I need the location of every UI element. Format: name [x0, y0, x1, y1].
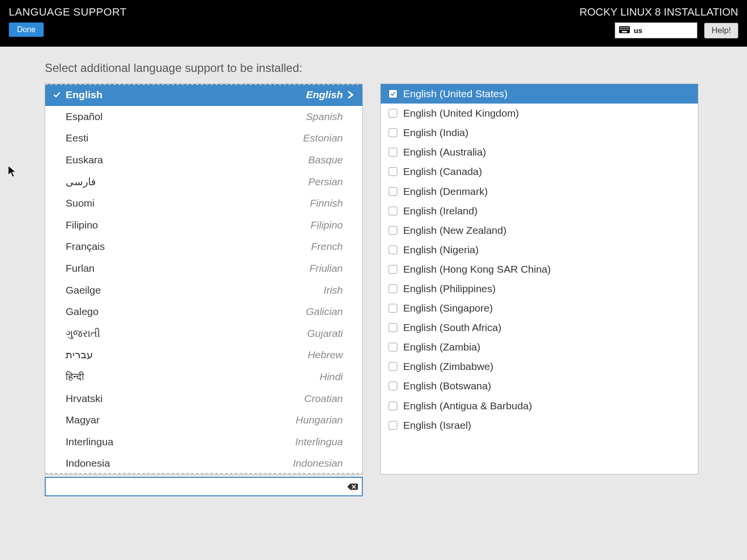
language-native-name: ગુજરાતી	[64, 328, 307, 339]
language-native-name: Magyar	[64, 414, 296, 426]
locale-row[interactable]: English (Australia)	[381, 142, 698, 162]
locale-label: English (Nigeria)	[400, 244, 479, 256]
svg-rect-9	[622, 29, 622, 30]
locale-checkbox[interactable]	[386, 382, 400, 390]
locale-label: English (South Africa)	[400, 322, 501, 333]
svg-rect-10	[623, 29, 624, 30]
svg-rect-5	[625, 27, 626, 28]
locale-row[interactable]: English (South Africa)	[381, 318, 698, 337]
locale-checkbox[interactable]	[386, 187, 400, 196]
locale-row[interactable]: English (Zambia)	[381, 337, 698, 357]
language-english-name: Basque	[308, 154, 346, 166]
language-row[interactable]: فارسیPersian	[45, 171, 362, 192]
locale-row[interactable]: English (India)	[381, 123, 698, 142]
clear-search-icon[interactable]	[347, 482, 358, 491]
locale-checkbox[interactable]	[386, 265, 400, 274]
svg-rect-6	[627, 27, 628, 28]
page-title: LANGUAGE SUPPORT	[9, 6, 126, 18]
language-native-name: فارسی	[64, 176, 308, 188]
done-button[interactable]: Done	[9, 22, 44, 37]
locale-checkbox[interactable]	[386, 128, 400, 137]
help-button[interactable]: Help!	[704, 23, 738, 38]
locale-row[interactable]: English (United Kingdom)	[381, 104, 698, 123]
locale-label: English (Hong Kong SAR China)	[400, 263, 551, 275]
locale-label: English (Botswana)	[400, 380, 491, 392]
language-english-name: Galician	[306, 306, 346, 317]
locale-label: English (Israel)	[400, 420, 471, 431]
locale-checkbox[interactable]	[386, 148, 400, 157]
language-row[interactable]: हिन्दीHindi	[45, 366, 362, 388]
locale-checkbox[interactable]	[386, 226, 400, 235]
language-native-name: Gaeilge	[64, 284, 323, 296]
language-row[interactable]: EnglishEnglish	[45, 84, 362, 106]
locale-list[interactable]: English (United States)English (United K…	[380, 84, 698, 474]
language-native-name: Galego	[64, 306, 306, 317]
language-list[interactable]: EnglishEnglishEspañolSpanishEestiEstonia…	[45, 84, 363, 474]
locale-checkbox[interactable]	[386, 304, 400, 313]
locale-checkbox[interactable]	[386, 89, 400, 98]
language-row[interactable]: EspañolSpanish	[45, 106, 362, 128]
language-row[interactable]: GalegoGalician	[45, 301, 362, 323]
language-row[interactable]: SuomiFinnish	[45, 192, 362, 214]
keyboard-indicator[interactable]: us	[615, 22, 697, 38]
language-native-name: English	[64, 89, 306, 101]
locale-row[interactable]: English (Denmark)	[381, 181, 698, 201]
language-native-name: Indonesia	[64, 457, 293, 469]
locale-row[interactable]: English (Israel)	[381, 416, 698, 435]
locale-checkbox[interactable]	[386, 245, 400, 254]
language-row[interactable]: FilipinoFilipino	[45, 214, 362, 236]
keyboard-layout-label: us	[634, 26, 642, 35]
locale-checkbox[interactable]	[386, 402, 400, 410]
language-native-name: Euskara	[64, 154, 308, 166]
locale-row[interactable]: English (United States)	[381, 84, 698, 104]
prompt-text: Select additional language support to be…	[45, 61, 733, 75]
locale-checkbox[interactable]	[386, 109, 400, 118]
language-row[interactable]: EestiEstonian	[45, 127, 362, 149]
svg-rect-13	[627, 29, 628, 30]
locale-label: English (India)	[400, 127, 468, 139]
locale-row[interactable]: English (Hong Kong SAR China)	[381, 260, 698, 279]
locale-label: English (United Kingdom)	[400, 107, 519, 119]
locale-checkbox[interactable]	[386, 362, 400, 371]
language-row[interactable]: FurlanFriulian	[45, 258, 362, 280]
language-row[interactable]: InterlinguaInterlingua	[45, 431, 362, 453]
locale-row[interactable]: English (Botswana)	[381, 376, 698, 396]
locale-checkbox[interactable]	[386, 284, 400, 293]
language-row[interactable]: HrvatskiCroatian	[45, 387, 362, 409]
language-english-name: Friulian	[309, 262, 346, 274]
locale-row[interactable]: English (Antigua & Barbuda)	[381, 396, 698, 416]
language-row[interactable]: FrançaisFrench	[45, 236, 362, 258]
language-row[interactable]: MagyarHungarian	[45, 409, 362, 431]
locale-row[interactable]: English (New Zealand)	[381, 221, 698, 240]
locale-label: English (Zimbabwe)	[400, 361, 494, 372]
locale-label: English (United States)	[400, 88, 508, 100]
locale-row[interactable]: English (Singapore)	[381, 298, 698, 318]
locale-checkbox[interactable]	[386, 421, 400, 430]
language-row[interactable]: עבריתHebrew	[45, 344, 362, 366]
language-native-name: Filipino	[64, 219, 310, 231]
language-native-name: Français	[64, 241, 311, 252]
locale-label: English (New Zealand)	[400, 225, 506, 236]
language-search[interactable]	[45, 477, 363, 496]
language-english-name: Indonesian	[293, 457, 346, 469]
language-row[interactable]: GaeilgeIrish	[45, 279, 362, 301]
language-checked-icon	[50, 91, 64, 99]
svg-rect-15	[622, 31, 627, 32]
locale-row[interactable]: English (Canada)	[381, 162, 698, 181]
locale-row[interactable]: English (Philippines)	[381, 279, 698, 298]
locale-checkbox[interactable]	[386, 343, 400, 351]
search-input[interactable]	[50, 482, 347, 491]
locale-label: English (Antigua & Barbuda)	[400, 400, 532, 412]
language-native-name: Suomi	[64, 197, 310, 209]
locale-checkbox[interactable]	[386, 167, 400, 176]
language-native-name: Furlan	[64, 262, 309, 274]
locale-row[interactable]: English (Zimbabwe)	[381, 357, 698, 376]
locale-checkbox[interactable]	[386, 207, 400, 215]
locale-checkbox[interactable]	[386, 323, 400, 332]
language-row[interactable]: IndonesiaIndonesian	[45, 453, 362, 474]
locale-row[interactable]: English (Ireland)	[381, 201, 698, 221]
language-row[interactable]: ગુજરાતીGujarati	[45, 323, 362, 345]
language-english-name: Hebrew	[308, 349, 346, 361]
locale-row[interactable]: English (Nigeria)	[381, 240, 698, 260]
language-row[interactable]: EuskaraBasque	[45, 149, 362, 171]
